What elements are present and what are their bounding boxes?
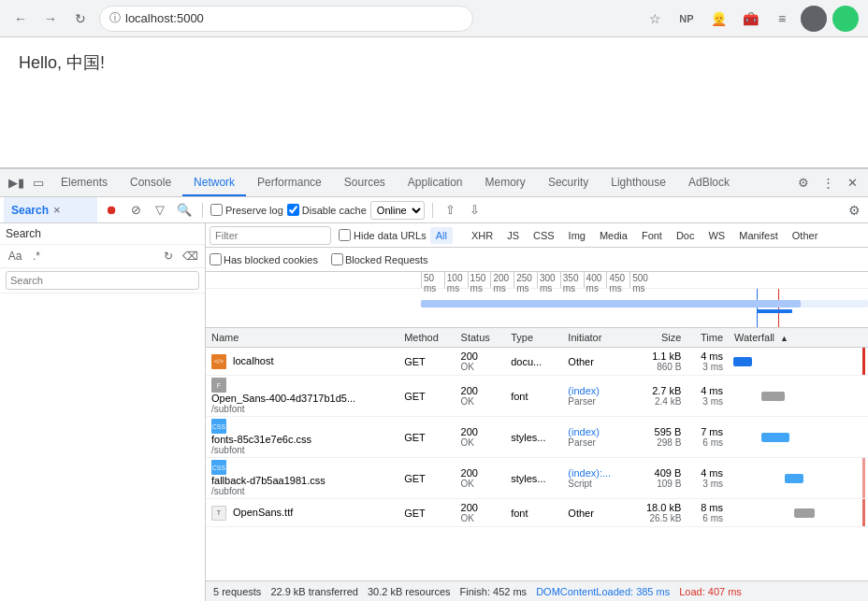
search-button[interactable]: 🔍 — [174, 200, 195, 221]
disable-cache-checkbox[interactable]: Disable cache — [287, 204, 367, 216]
row-type-2: font — [505, 376, 562, 417]
col-time[interactable]: Time — [687, 328, 729, 348]
row-method-5: GET — [398, 499, 455, 527]
record-button[interactable]: ⏺ — [101, 200, 122, 221]
hide-data-urls-input[interactable] — [339, 229, 351, 241]
col-status[interactable]: Status — [456, 328, 506, 348]
refresh-search-button[interactable]: ↻ — [159, 247, 178, 265]
filter-input[interactable] — [210, 226, 331, 245]
hide-data-urls-checkbox[interactable]: Hide data URLs — [339, 229, 427, 241]
row-name-2: F Open_Sans-400-4d3717b1d5... /subfont — [206, 376, 398, 417]
forward-button[interactable]: → — [39, 7, 62, 30]
profile-avatar[interactable] — [801, 6, 827, 32]
disable-cache-input[interactable] — [287, 204, 299, 216]
table-row[interactable]: CSS fallback-d7b5aa1981.css /subfont GET… — [206, 458, 868, 499]
filter-ws-button[interactable]: WS — [702, 227, 731, 244]
reload-button[interactable]: ↻ — [69, 7, 92, 30]
filter-manifest-button[interactable]: Manifest — [733, 227, 784, 244]
filter-row: Hide data URLs All XHR JS CSS Img Media … — [206, 223, 868, 248]
initiator-link-3[interactable]: (index) — [568, 426, 600, 437]
preserve-log-checkbox[interactable]: Preserve log — [210, 204, 283, 216]
export-button[interactable]: ⇩ — [465, 200, 485, 221]
settings-devtools-button[interactable]: ⚙ — [792, 172, 815, 194]
search-input-row[interactable] — [0, 268, 205, 293]
tab-security[interactable]: Security — [537, 169, 600, 196]
row-status-1: 200 OK — [456, 348, 506, 376]
table-row[interactable]: CSS fonts-85c31e7e6c.css /subfont GET 20… — [206, 417, 868, 458]
blocked-requests-checkbox[interactable]: Blocked Requests — [331, 253, 428, 265]
filter-all-button[interactable]: All — [430, 227, 453, 244]
search-options-row: Aa .* ↻ ⌫ — [0, 245, 205, 268]
mark-500ms: 500 ms — [629, 272, 653, 288]
status-resources: 30.2 kB resources — [368, 586, 451, 597]
col-size[interactable]: Size — [629, 328, 687, 348]
blocked-requests-input[interactable] — [331, 253, 343, 265]
tab-performance[interactable]: Performance — [246, 169, 333, 196]
row-status-5: 200 OK — [456, 499, 506, 527]
table-row[interactable]: T OpenSans.ttf GET 200 OK font Other — [206, 499, 868, 527]
menu-button[interactable]: ≡ — [769, 6, 795, 32]
col-method[interactable]: Method — [398, 328, 455, 348]
extensions-button[interactable]: 🧰 — [737, 6, 763, 32]
inspect-element-button[interactable]: ▶▮ — [5, 172, 27, 194]
stop-button[interactable]: ⊘ — [125, 200, 146, 221]
col-name[interactable]: Name — [206, 328, 398, 348]
match-case-button[interactable]: Aa — [6, 247, 24, 265]
row-initiator-5: Other — [562, 499, 629, 527]
star-button[interactable]: ☆ — [642, 6, 668, 32]
tab-console[interactable]: Console — [119, 169, 182, 196]
filter-button[interactable]: ▽ — [150, 200, 170, 221]
device-toolbar-button[interactable]: ▭ — [27, 172, 50, 194]
status-finish: Finish: 452 ms — [460, 586, 528, 597]
close-search-button[interactable]: × — [53, 203, 61, 217]
has-blocked-cookies-checkbox[interactable]: Has blocked cookies — [210, 253, 318, 265]
close-devtools-button[interactable]: ✕ — [841, 172, 863, 194]
tab-adblock[interactable]: AdBlock — [677, 169, 741, 196]
ext-icon[interactable] — [832, 6, 859, 32]
has-blocked-cookies-input[interactable] — [210, 253, 222, 265]
throttle-select[interactable]: Online — [370, 201, 425, 220]
search-input[interactable] — [6, 271, 199, 290]
filter-js-button[interactable]: JS — [501, 227, 525, 244]
tab-application[interactable]: Application — [397, 169, 474, 196]
more-devtools-button[interactable]: ⋮ — [817, 172, 839, 194]
filter-other-button[interactable]: Other — [787, 227, 824, 244]
tab-elements[interactable]: Elements — [50, 169, 119, 196]
filter-css-button[interactable]: CSS — [528, 227, 560, 244]
initiator-link[interactable]: (index) — [568, 385, 600, 396]
tab-sources[interactable]: Sources — [333, 169, 397, 196]
filter-img-button[interactable]: Img — [563, 227, 591, 244]
preserve-log-input[interactable] — [210, 204, 223, 216]
filter-doc-button[interactable]: Doc — [671, 227, 701, 244]
initiator-link-4[interactable]: (index):... — [568, 467, 611, 479]
col-initiator[interactable]: Initiator — [562, 328, 629, 348]
row-initiator-1: Other — [562, 348, 629, 376]
main-area: Search Aa .* ↻ ⌫ — [0, 223, 868, 601]
html-icon: </> — [211, 354, 226, 369]
filter-font-button[interactable]: Font — [636, 227, 668, 244]
mark-400ms: 400 ms — [584, 272, 607, 288]
back-button[interactable]: ← — [9, 7, 32, 30]
table-row[interactable]: F Open_Sans-400-4d3717b1d5... /subfont G… — [206, 376, 868, 417]
row-initiator-2: (index) Parser — [562, 376, 629, 417]
import-button[interactable]: ⇧ — [441, 200, 461, 221]
shield-button[interactable]: 👱 — [705, 6, 731, 32]
col-waterfall[interactable]: Waterfall ▲ — [729, 328, 868, 348]
filter-media-button[interactable]: Media — [594, 227, 633, 244]
tab-memory[interactable]: Memory — [474, 169, 537, 196]
col-type[interactable]: Type — [505, 328, 562, 348]
mark-50ms: 50 ms — [421, 272, 444, 288]
filter-xhr-button[interactable]: XHR — [466, 227, 499, 244]
row-name-1: </> localhost — [206, 348, 398, 376]
mark-100ms: 100 ms — [444, 272, 468, 288]
tab-lighthouse[interactable]: Lighthouse — [600, 169, 677, 196]
network-settings-button[interactable]: ⚙ — [844, 200, 864, 221]
separator-1 — [202, 203, 203, 218]
address-bar[interactable]: ⓘ localhost:5000 — [99, 6, 473, 32]
tab-network[interactable]: Network — [182, 169, 246, 196]
table-row[interactable]: </> localhost GET 200 OK docu... Other — [206, 348, 868, 376]
row-initiator-3: (index) Parser — [562, 417, 629, 458]
regex-button[interactable]: .* — [27, 247, 46, 265]
np-button[interactable]: NP — [673, 6, 700, 32]
clear-search-button[interactable]: ⌫ — [181, 247, 199, 265]
